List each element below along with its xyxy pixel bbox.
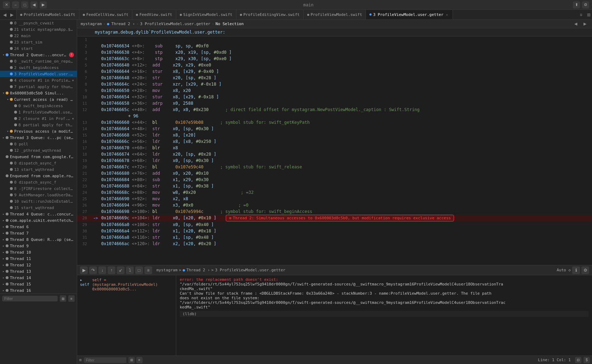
arrow-col bbox=[91, 113, 100, 119]
sidebar-enqueued-apple[interactable]: Enqueued from com.apple.root... bbox=[0, 173, 77, 179]
settings2-button[interactable]: ⚙ bbox=[581, 266, 589, 274]
sidebar-profileviewmodel-getter[interactable]: 3 ProfileViewModel.user.ge... bbox=[0, 71, 77, 77]
minimize-button[interactable]: − bbox=[12, 1, 19, 8]
share-button[interactable]: ⬆ bbox=[573, 1, 580, 8]
filter-btn2[interactable]: ≡ bbox=[136, 357, 143, 363]
tab-close-icon[interactable]: ✕ bbox=[445, 12, 449, 17]
warning-nav-next[interactable]: ▶ bbox=[581, 21, 588, 28]
mnemonic: mov bbox=[153, 203, 160, 208]
sidebar-firfirestore[interactable]: 8 -[FIRFirestore collection... bbox=[0, 185, 77, 192]
sidebar-swift-runtime[interactable]: 0 _swift_runtime_on_report bbox=[0, 58, 77, 64]
sidebar-thread13[interactable]: Thread 13 bbox=[0, 268, 77, 275]
sidebar-partial-apply2[interactable]: 8 partial apply for thun... bbox=[0, 122, 77, 128]
sidebar-beginaccess[interactable]: 2 swift_beginAccess bbox=[0, 64, 77, 71]
sidebar-closure1[interactable]: 4 closure #1 in ProfileVi... ✕ bbox=[0, 77, 77, 83]
info-button[interactable]: ℹ bbox=[572, 266, 580, 274]
tab-label: FeedView.swift bbox=[139, 12, 172, 17]
sidebar-item-start[interactable]: 24 start bbox=[0, 45, 77, 52]
sidebar-enqueued-google[interactable]: Enqueued from com.google.fir... bbox=[0, 154, 77, 160]
sidebar-dispatch-async2[interactable]: 0 dispatch_async_f bbox=[0, 179, 77, 185]
sidebar-current-access[interactable]: Current access (a read) s... bbox=[0, 96, 77, 103]
sidebar-start-wqthread[interactable]: 13 start_wqthread bbox=[0, 166, 77, 173]
settings-button[interactable]: ⚙ bbox=[582, 1, 589, 8]
sidebar-filter-icon2[interactable]: ≡ bbox=[68, 295, 75, 302]
sidebar-com-apple-uikit[interactable]: com.apple.uikit.eventfetch-th... bbox=[0, 217, 77, 224]
play-button[interactable]: ▶ bbox=[80, 266, 88, 274]
step-ins2-button[interactable]: ↙ bbox=[117, 266, 125, 274]
sidebar-poll[interactable]: 0 poll bbox=[0, 141, 77, 147]
sidebar-thread14[interactable]: Thread 14 bbox=[0, 275, 77, 281]
thread-color-blue bbox=[10, 73, 13, 75]
warning-nav-prev[interactable]: ◀ bbox=[572, 21, 579, 28]
breadcrumb-thread2[interactable]: Thread 2 › bbox=[111, 22, 135, 26]
console-panel[interactable]: error: the replacement path doesn't exis… bbox=[176, 275, 592, 356]
close-window-button[interactable]: ✕ bbox=[3, 1, 10, 8]
tab-getter-active[interactable]: 3 ProfileViewModel.user.getter ✕ bbox=[366, 10, 453, 19]
thread-color-gray bbox=[14, 123, 17, 126]
sidebar-pthread-wq[interactable]: 12 _pthread_wqthread bbox=[0, 147, 77, 154]
tab-feedview[interactable]: FeedView.swift bbox=[132, 10, 176, 19]
tab-profileviewmodel[interactable]: ProfileViewModel.swift bbox=[17, 10, 79, 19]
chevron-closed bbox=[1, 282, 6, 286]
sidebar-item-startsim[interactable]: 23 start_sim bbox=[0, 39, 77, 45]
sidebar-thread16[interactable]: Thread 16 bbox=[0, 287, 77, 294]
tab-forward-button[interactable]: ▶ bbox=[8, 12, 15, 18]
bottom-filter-input[interactable] bbox=[84, 357, 126, 363]
mnemonic: mov bbox=[153, 190, 160, 195]
tab-profileviewmodel2[interactable]: ProfileViewModel.swift bbox=[304, 10, 366, 19]
tab-label: FeedCellView.swift bbox=[86, 12, 128, 17]
code-row-3: 3 0x107466638 <+4>: stp x20, x19, [sp, #… bbox=[77, 49, 592, 56]
sidebar-swift-begin2[interactable]: 0 swift_beginAccess bbox=[0, 103, 77, 109]
sidebar-thread11[interactable]: Thread 11 bbox=[0, 255, 77, 262]
sidebar-authmanager[interactable]: 9 AuthManager.loadUserDa... bbox=[0, 192, 77, 198]
tab-feedcellview[interactable]: FeedCellView.swift bbox=[79, 10, 132, 19]
sidebar-address[interactable]: 0x600003d0c5b0 Simul... bbox=[0, 90, 77, 96]
nav-back-button[interactable]: ◀ bbox=[30, 1, 38, 8]
maximize-button[interactable]: □ bbox=[21, 1, 28, 8]
tab-back-button[interactable]: ◀ bbox=[1, 12, 8, 18]
thread-button[interactable]: ≡ bbox=[144, 266, 152, 274]
step-over-button[interactable]: ↷ bbox=[89, 266, 97, 274]
sidebar-thread10[interactable]: Thread 10 bbox=[0, 249, 77, 255]
sidebar-filter-input[interactable] bbox=[2, 296, 58, 301]
sidebar-swift-runjob[interactable]: 10 swift::runJobInEstablish... bbox=[0, 198, 77, 204]
filter-btn1[interactable]: ⊞ bbox=[128, 357, 135, 363]
sidebar-item-mystagramapp[interactable]: 21 static mystagramApp.$... bbox=[0, 26, 77, 33]
tab-signinviewmodel[interactable]: SignInViewModel.swift bbox=[176, 10, 236, 19]
operand: ] bbox=[229, 56, 231, 61]
breadcrumb-mystagram[interactable]: mystagram bbox=[81, 22, 102, 26]
tab-split-button[interactable]: ⊞ bbox=[586, 12, 592, 18]
terminal-icon[interactable]: $ bbox=[584, 357, 590, 363]
sidebar-profilevm-user2[interactable]: 1 ProfileViewModel.user... bbox=[0, 109, 77, 115]
nav-forward-button[interactable]: ▶ bbox=[40, 1, 47, 8]
stop-button[interactable]: □ bbox=[135, 266, 143, 274]
sidebar-partial-apply[interactable]: 7 partial apply for thunk for... bbox=[0, 83, 77, 90]
tab-more-button[interactable]: ≡ bbox=[578, 12, 584, 18]
chevron-open bbox=[1, 53, 6, 57]
sidebar-thread4[interactable]: Thread 4 Queue: c...concurrent) bbox=[0, 211, 77, 217]
continue-button[interactable]: ⤵ bbox=[126, 266, 134, 274]
arrow-col bbox=[91, 62, 100, 68]
step-out-button[interactable]: ↑ bbox=[108, 266, 115, 274]
sidebar-prev-access[interactable]: Previous access (a modifi... bbox=[0, 128, 77, 134]
sidebar-thread7[interactable]: Thread 7 bbox=[0, 230, 77, 236]
sidebar-thread2[interactable]: Thread 2 Queue:...oncurrent) ! bbox=[0, 52, 77, 58]
tab-profileeditingview[interactable]: ProfileEditingView.swift bbox=[236, 10, 304, 19]
sidebar-thread3[interactable]: Thread 3 Queue: c...pc (serial) bbox=[0, 134, 77, 141]
sidebar-thread12[interactable]: Thread 12 bbox=[0, 262, 77, 268]
sidebar-thread15[interactable]: Thread 15 bbox=[0, 281, 77, 287]
sidebar-dispatch-async1[interactable]: 0 dispatch_async_f bbox=[0, 160, 77, 166]
sidebar-thread9[interactable]: Thread 9 bbox=[0, 243, 77, 249]
sidebar-start-wqthread2[interactable]: 15 start_wqthread bbox=[0, 204, 77, 211]
sidebar-filter-icon1[interactable]: ⊞ bbox=[60, 295, 66, 302]
sidebar-item-psynch[interactable]: 0 __psynch_cvwait bbox=[0, 20, 77, 26]
breadcrumb-getter[interactable]: 3 ProfileViewModel.user.getter bbox=[140, 22, 211, 26]
sidebar-closure2[interactable]: 2 closure #1 in Prof... ✕ bbox=[0, 115, 77, 122]
sidebar-item-main[interactable]: 22 main bbox=[0, 33, 77, 39]
sidebar-thread8[interactable]: Thread 8 Queue: R...op (serial) bbox=[0, 236, 77, 243]
step-in-button[interactable]: ↓ bbox=[98, 266, 106, 274]
console-icon[interactable]: ⊟ bbox=[575, 357, 581, 363]
code-editor[interactable]: mystagram.debug.dylib`ProfileViewModel.u… bbox=[77, 28, 592, 265]
line-col-status: Line: 1 Col: 1 bbox=[538, 358, 571, 362]
sidebar-thread6[interactable]: Thread 6 bbox=[0, 224, 77, 230]
